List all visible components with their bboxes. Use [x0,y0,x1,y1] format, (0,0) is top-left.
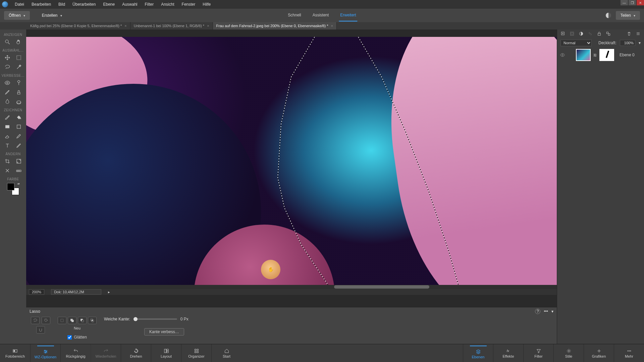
paint-bucket-tool-icon[interactable] [14,113,23,122]
document-tab[interactable]: Käfig.psd bei 25% (Ebene 0 Kopie 5, Eben… [27,22,130,29]
blur-tool-icon[interactable] [3,97,12,106]
redo-button[interactable]: Wiederholen [91,344,121,362]
menu-ebene[interactable]: Ebene [100,1,118,8]
feather-slider[interactable] [133,318,177,320]
chevron-down-icon[interactable]: ▾ [639,41,641,45]
rotate-button[interactable]: Drehen [121,344,151,362]
close-icon[interactable]: ✕ [637,0,644,5]
straighten-tool-icon[interactable] [14,166,23,175]
mode-quick[interactable]: Schnell [286,9,302,21]
color-picker-tool-icon[interactable] [14,131,23,141]
menu-auswahl[interactable]: Auswahl [119,1,141,8]
layer-effects-icon[interactable] [606,31,611,37]
menu-ueberarbeiten[interactable]: Überarbeiten [69,1,99,8]
tool-options-button[interactable]: WZ-Optionen [30,344,60,362]
collapse-panel-icon[interactable]: ▾ [551,309,553,314]
layer-mask-icon[interactable] [570,31,575,37]
help-icon[interactable]: ? [535,309,540,314]
styles-tab-button[interactable]: Stile [553,344,584,362]
crop-tool-icon[interactable] [3,157,12,166]
scrollbar-thumb[interactable] [334,285,430,289]
create-button[interactable]: Erstellen [37,11,67,20]
close-tab-icon[interactable]: × [124,24,126,28]
panel-more-icon[interactable]: ••• [544,309,548,314]
mask-thumbnail[interactable] [599,49,614,61]
status-arrow-icon[interactable]: ▸ [108,290,110,294]
zoom-level[interactable]: 200% [29,289,44,295]
shape-tool-icon[interactable] [14,122,23,131]
menu-filter[interactable]: Filter [142,1,157,8]
lock-layer-icon[interactable] [597,31,602,37]
intersect-selection-icon[interactable] [88,317,97,324]
doc-size[interactable]: Dok: 10,4M/12,2M [51,289,101,295]
more-tab-button[interactable]: Mehr [614,344,644,362]
graphics-tab-button[interactable]: Grafiken [584,344,614,362]
new-selection-icon[interactable] [58,317,66,324]
layer-thumbnail[interactable] [576,49,591,61]
document-tab[interactable]: Unbenannt-1 bei 100% (Ebene 1, RGB/8) * … [130,22,213,29]
theme-toggle-icon[interactable] [606,13,611,18]
eye-tool-icon[interactable] [3,78,12,87]
layer-row[interactable]: ⛓ Ebene 0 [557,47,644,63]
move-tool-icon[interactable] [3,53,12,62]
gradient-tool-icon[interactable] [3,122,12,131]
home-button[interactable]: Start [211,344,241,362]
menu-bearbeiten[interactable]: Bearbeiten [28,1,54,8]
filters-tab-button[interactable]: Filter [523,344,553,362]
smart-brush-tool-icon[interactable] [3,87,12,97]
mode-guided[interactable]: Assistent [311,9,330,21]
organizer-button[interactable]: Organizer [181,344,211,362]
zoom-tool-icon[interactable] [3,37,12,47]
antialias-checkbox[interactable] [67,335,72,340]
undo-button[interactable]: Rückgängig [60,344,91,362]
content-aware-move-icon[interactable] [3,166,12,175]
spot-heal-tool-icon[interactable] [14,78,23,87]
new-layer-icon[interactable] [560,31,566,37]
mode-expert[interactable]: Erweitert [339,9,357,21]
link-layers-icon[interactable] [588,31,593,37]
panel-menu-icon[interactable] [636,31,641,37]
menu-datei[interactable]: Datei [11,1,28,8]
close-tab-icon[interactable]: × [207,24,209,28]
blend-mode-select[interactable]: Normal [560,40,592,46]
photo-bin-button[interactable]: Fotobereich [0,344,30,362]
horizontal-scrollbar[interactable] [26,285,557,289]
maximize-icon[interactable]: ❐ [629,0,636,5]
add-selection-icon[interactable] [68,317,76,324]
refine-edge-button[interactable]: Kante verbess… [144,328,184,336]
delete-layer-icon[interactable] [627,31,632,37]
visibility-icon[interactable] [560,52,565,58]
minimize-icon[interactable]: — [621,0,628,5]
link-mask-icon[interactable]: ⛓ [593,53,597,57]
marquee-tool-icon[interactable] [14,53,23,62]
layer-name[interactable]: Ebene 0 [620,53,635,57]
swap-colors-icon[interactable]: ⇄ [17,182,20,185]
clone-stamp-tool-icon[interactable] [14,87,23,97]
lasso-tool-icon[interactable] [3,62,12,72]
menu-fenster[interactable]: Fenster [178,1,199,8]
menu-ansicht[interactable]: Ansicht [158,1,177,8]
menu-hilfe[interactable]: Hilfe [199,1,214,8]
pencil-tool-icon[interactable] [14,141,23,150]
brush-tool-icon[interactable] [3,113,12,122]
foreground-color-swatch[interactable] [7,183,14,190]
lasso-variant-icon[interactable] [31,317,40,324]
menu-bild[interactable]: Bild [55,1,68,8]
layout-button[interactable]: Layout [151,344,181,362]
share-button[interactable]: Teilen [616,11,640,20]
type-tool-icon[interactable] [3,141,12,150]
subtract-selection-icon[interactable] [78,317,87,324]
opacity-input[interactable] [620,40,635,46]
canvas[interactable]: ✋ [26,37,557,289]
effects-tab-button[interactable]: fxEffekte [493,344,523,362]
document-tab[interactable]: Frau auf dem Fahrrad-2.jpeg bei 200% (Eb… [213,22,337,29]
poly-lasso-variant-icon[interactable] [42,317,50,324]
layers-tab-button[interactable]: Ebenen [463,344,493,362]
magic-wand-tool-icon[interactable] [14,62,23,72]
sponge-tool-icon[interactable] [14,97,23,106]
adjustment-layer-icon[interactable] [579,31,584,37]
recompose-tool-icon[interactable] [14,157,23,166]
close-tab-icon[interactable]: × [331,24,333,28]
color-swatch[interactable]: ⇄ [7,183,19,195]
eraser-tool-icon[interactable] [3,131,12,141]
